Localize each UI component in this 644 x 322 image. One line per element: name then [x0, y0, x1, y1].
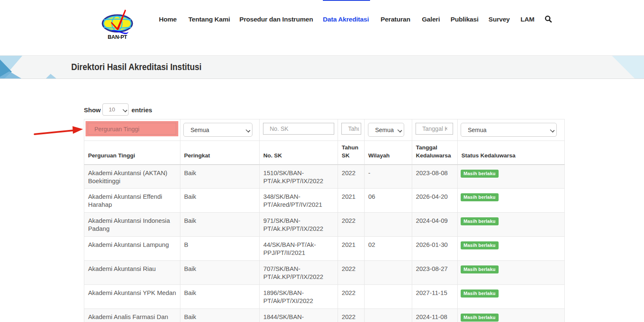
svg-text:BAN-PT: BAN-PT	[107, 34, 127, 40]
